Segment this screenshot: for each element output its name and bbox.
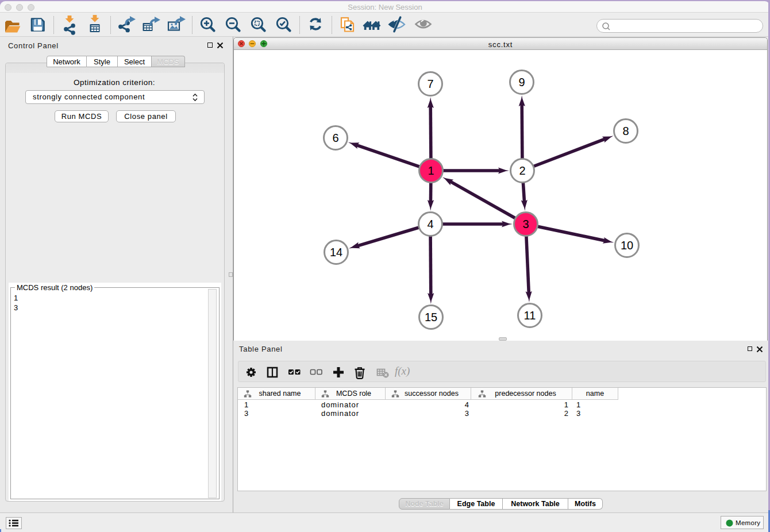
svg-text:10: 10 bbox=[621, 239, 633, 252]
svg-text:4: 4 bbox=[427, 218, 433, 230]
svg-text:11: 11 bbox=[524, 309, 536, 322]
svg-text:7: 7 bbox=[427, 78, 433, 90]
svg-text:15: 15 bbox=[425, 311, 437, 323]
svg-text:6: 6 bbox=[332, 132, 338, 144]
svg-text:14: 14 bbox=[330, 246, 342, 259]
svg-text:8: 8 bbox=[622, 125, 629, 137]
svg-text:2: 2 bbox=[519, 164, 525, 177]
svg-text:1: 1 bbox=[428, 164, 434, 177]
svg-text:3: 3 bbox=[522, 218, 529, 230]
svg-text:9: 9 bbox=[518, 76, 525, 88]
